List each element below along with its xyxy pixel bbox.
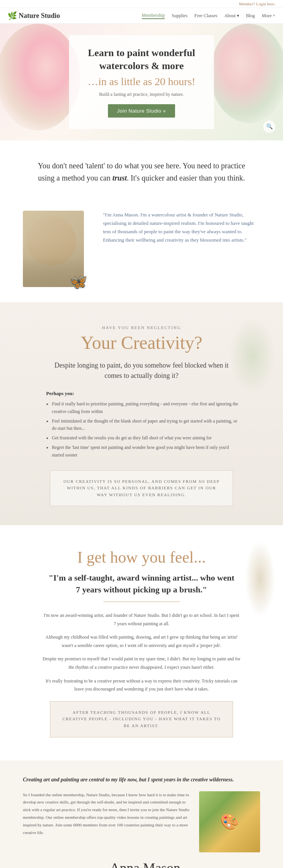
nav-free-classes[interactable]: Free Classes [195, 13, 217, 19]
nav-links: Membership Supplies Free Classes About ▾… [142, 13, 275, 19]
feeling-highlight-box: AFTER TEACHING THOUSANDS OF PEOPLE, I KN… [50, 701, 233, 737]
nav-membership[interactable]: Membership [142, 13, 165, 19]
bullet-list: Find it really hard to prioritise painti… [46, 400, 241, 458]
logo-icon: 🌿 [8, 11, 17, 20]
feeling-big-quote: "I'm a self-taught, award winning artist… [46, 572, 237, 596]
search-icon: 🔍 [266, 123, 273, 130]
final-image-container: 🎨 [199, 791, 260, 852]
final-section: Creating art and painting are central to… [0, 760, 283, 868]
final-heading: Creating art and painting are central to… [23, 776, 260, 784]
feeling-script-heading: I get how you feel... [23, 548, 260, 566]
creativity-script-heading: Your Creativity? [23, 333, 260, 353]
logo[interactable]: 🌿 Nature Studio [8, 11, 60, 20]
bullet-item: Regret the 'last time' spent not paintin… [52, 444, 241, 458]
feeling-paragraphs: I'm now an award-winning artist, and fou… [42, 611, 241, 694]
divider [103, 602, 180, 602]
search-button[interactable]: 🔍 [263, 121, 275, 133]
top-bar: Member? Login here. [0, 0, 283, 8]
final-para-1: So I founded the online membership, Natu… [23, 791, 191, 837]
signature: - Anna Mason [23, 860, 260, 868]
founder-quote: "I'm Anna Mason. I'm a watercolour artis… [103, 211, 260, 244]
creativity-section: HAVE YOU BEEN NEGLECTING Your Creativity… [0, 302, 283, 526]
founder-section: 🦋 "I'm Anna Mason. I'm a watercolour art… [0, 203, 283, 302]
quote-text: "I'm Anna Mason. I'm a watercolour artis… [103, 211, 260, 244]
creativity-bullets-container: Perhaps you: Find it really hard to prio… [42, 390, 241, 458]
feeling-para-3: Despite my promises to myself that I wou… [42, 655, 241, 671]
hero-subtitle: Build a lasting art practice, inspired b… [84, 92, 199, 97]
feeling-flower-decoration [245, 540, 275, 617]
flower-left-decoration [0, 24, 80, 131]
intro-text: You don't need 'talent' to do what you s… [31, 160, 252, 184]
founder-image-container: 🦋 [23, 211, 92, 287]
nav-more[interactable]: More + [262, 13, 275, 19]
main-nav: 🌿 Nature Studio Membership Supplies Free… [0, 8, 283, 24]
bullet-item: Find it really hard to prioritise painti… [52, 400, 241, 415]
perhaps-label: Perhaps you: [46, 390, 241, 397]
final-text: So I founded the online membership, Natu… [23, 791, 191, 841]
bullet-item: Get frustrated with the results you do g… [52, 434, 241, 442]
nav-blog[interactable]: Blog [246, 13, 255, 19]
bullet-item: Feel intimidated at the thought of the b… [52, 418, 241, 432]
nav-about[interactable]: About ▾ [224, 13, 239, 19]
creativity-quote-box: OUR CREATIVITY IS SO PERSONAL, AND COMES… [50, 470, 233, 507]
butterfly-icon: 🦋 [69, 273, 88, 291]
feeling-section: I get how you feel... "I'm a self-taught… [0, 525, 283, 760]
hero-content: Learn to paint wonderful watercolors & m… [69, 35, 214, 129]
nav-supplies[interactable]: Supplies [172, 13, 187, 19]
creativity-overline: HAVE YOU BEEN NEGLECTING [23, 325, 260, 330]
feeling-para-2: Although my childhood was filled with pa… [42, 633, 241, 650]
feeling-para-1: I'm now an award-winning artist, and fou… [42, 611, 241, 628]
hero-section: Learn to paint wonderful watercolors & m… [0, 24, 283, 140]
hero-script: …in as little as 20 hours! [84, 76, 199, 88]
final-photo: 🎨 [199, 791, 260, 852]
member-login-link[interactable]: Member? Login here. [239, 2, 275, 6]
final-body: So I founded the online membership, Natu… [23, 791, 260, 852]
flower-right-decoration [211, 24, 283, 123]
creativity-body: Despite longing to paint, do you somehow… [46, 360, 237, 381]
logo-text: Nature Studio [19, 12, 60, 20]
hero-title: Learn to paint wonderful watercolors & m… [84, 47, 199, 73]
feeling-para-4: It's really frustrating to be a creative… [42, 677, 241, 694]
join-cta-button[interactable]: Join Nature Studio » [108, 104, 175, 118]
intro-section: You don't need 'talent' to do what you s… [0, 140, 283, 203]
